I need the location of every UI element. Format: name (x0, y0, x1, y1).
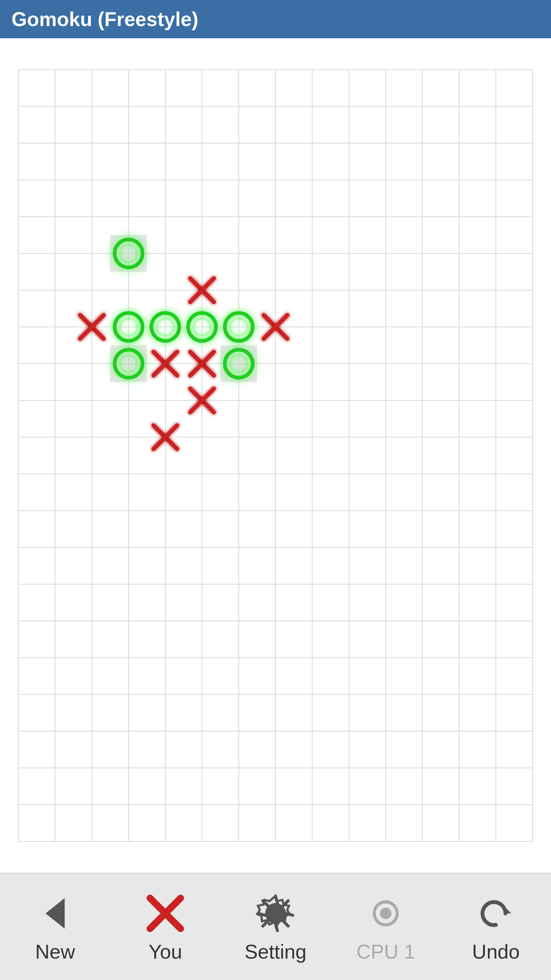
new-button[interactable]: New (2, 890, 109, 963)
cpu1-icon (363, 890, 409, 936)
you-icon (142, 890, 188, 936)
title-bar: Gomoku (Freestyle) (0, 0, 551, 38)
you-label: You (148, 940, 182, 963)
svg-point-6 (380, 908, 391, 919)
new-icon (32, 890, 78, 936)
svg-marker-7 (504, 906, 511, 913)
svg-marker-0 (46, 898, 65, 929)
undo-button[interactable]: Undo (442, 890, 549, 963)
cpu1-label: CPU 1 (356, 940, 415, 963)
undo-icon (473, 890, 519, 936)
setting-label: Setting (245, 940, 306, 963)
new-label: New (35, 940, 75, 963)
setting-button[interactable]: Setting (222, 890, 329, 963)
undo-label: Undo (472, 940, 520, 963)
title-text: Gomoku (Freestyle) (11, 8, 198, 31)
game-board[interactable] (0, 38, 551, 873)
setting-icon (253, 890, 298, 936)
cpu1-button[interactable]: CPU 1 (332, 890, 439, 963)
you-button[interactable]: You (112, 890, 219, 963)
bottom-bar: New You Setti (0, 873, 551, 980)
board-canvas[interactable] (0, 38, 551, 873)
